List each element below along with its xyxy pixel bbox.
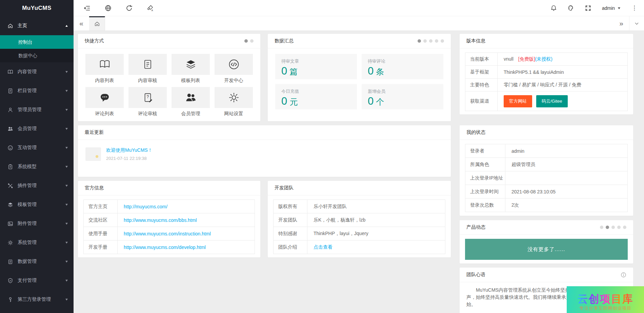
shortcut-label: 内容审核 [128,78,167,84]
row-label: 上次登录时间 [465,185,505,199]
notification-bell-icon[interactable] [550,5,557,11]
stat-unit: 元 [289,97,298,106]
dev-manual-link[interactable]: http://www.muyucms.com/develop.html [124,245,206,250]
stat-label: 待审评论 [368,58,437,64]
carousel-pager [600,226,626,229]
sidebar-item-console[interactable]: 控制台 [0,35,74,49]
sidebar-item-plugin[interactable]: 插件管理 ▼ [0,176,74,195]
sidebar-item-member[interactable]: 会员管理 ▼ [0,119,74,138]
row-value: ThinkPHP，layui，Jquery [307,227,445,241]
article-link[interactable]: 欢迎使用MuYuCMS！ [106,147,153,153]
pager-dot[interactable] [623,226,626,229]
card-shortcuts: 快捷方式 内容列表 内容审核 模板列表 开发中心 [78,34,260,121]
shortcut-content-review[interactable]: 内容审核 [128,54,167,84]
chevron-down-icon: ▼ [65,222,69,225]
tabbar-spacer [105,16,613,30]
pager-dot[interactable] [611,226,615,229]
user-manual-link[interactable]: http://www.muyucms.com/instruction.html [124,231,211,236]
clear-cache-brush-icon[interactable]: A [147,5,154,12]
unauthorized-link[interactable]: (未授权) [535,56,552,62]
pager-dot[interactable] [606,226,609,229]
team-intro-link[interactable]: 点击查看 [314,244,333,250]
sidebar-item-payment[interactable]: 支付管理 ▼ [0,271,74,290]
key-icon [7,297,13,302]
gear-icon [7,240,13,246]
sidebar-item-template[interactable]: 模板管理 ▼ [0,195,74,214]
row-value: 超级管理员 [505,158,628,171]
pager-dot[interactable] [600,226,603,229]
collapse-menu-icon[interactable] [84,5,90,12]
refresh-icon[interactable] [126,5,133,12]
row-value: 零门槛 / 易扩展 / 响应式 / 开源 / 免费 [498,79,628,91]
card-dev-team: 开发团队 版权所有乐小轩开发团队 开发团队乐K，小航，杨逸轩，lzb 特别感谢T… [268,181,451,257]
stat-value: 0 [281,95,287,107]
shortcut-template-list[interactable]: 模板列表 [172,54,210,84]
info-icon[interactable] [621,272,626,278]
pager-dot[interactable] [244,39,248,43]
shortcut-content-list[interactable]: 内容列表 [85,54,124,84]
pager-dot[interactable] [435,39,438,43]
row-label: 当前版本 [465,53,498,66]
sidebar-item-label: 管理员管理 [18,107,41,113]
sidebar-item-label: 内容管理 [18,69,37,75]
sidebar-item-system[interactable]: 系统管理 ▼ [0,233,74,252]
card-recent: 最近更新 欢迎使用MuYuCMS！ 2021-07-11 22:19:38 [78,125,451,177]
shortcut-dev-center[interactable]: 开发中心 [215,54,253,84]
sidebar-item-attachment[interactable]: 附件管理 ▼ [0,214,74,233]
pager-dot[interactable] [423,39,427,43]
sidebar-item-label: 系统模型 [18,164,37,170]
website-globe-icon[interactable] [105,5,112,12]
svg-text:A: A [152,9,153,11]
theme-palette-icon[interactable] [568,5,574,11]
chevron-down-icon: ▼ [65,184,69,187]
pager-dot[interactable] [429,39,432,43]
recent-update-item: 欢迎使用MuYuCMS！ 2021-07-11 22:19:38 [78,140,451,168]
pager-dot[interactable] [441,39,444,43]
user-menu[interactable]: admin ▼ [602,5,621,11]
shortcut-site-settings[interactable]: 网站设置 [215,87,253,117]
community-link[interactable]: http://www.muyucms.com/bbs.html [124,217,197,223]
pager-dot[interactable] [617,226,621,229]
book-icon [7,69,13,75]
fullscreen-icon[interactable] [585,5,591,11]
stat-value: 0 [281,65,287,77]
stat-pending-articles: 待审文章 0篇 [275,54,357,79]
stat-today-recharge: 今日充值 0元 [275,84,357,109]
sidebar-item-interact[interactable]: 互动管理 ▼ [0,138,74,157]
pager-dot[interactable] [250,39,254,43]
sidebar-item-column[interactable]: 栏目管理 ▼ [0,81,74,100]
stat-unit: 条 [376,67,384,76]
image-icon [7,221,13,227]
username: admin [602,5,615,11]
official-site-button[interactable]: 官方网站 [504,95,532,107]
card-my-status: 我的状态 登录者admin 所属角色超级管理员 上次登录IP地址 上次登录时间2… [460,125,633,216]
devteam-table: 版权所有乐小轩开发团队 开发团队乐K，小航，杨逸轩，lzb 特别感谢ThinkP… [273,200,445,254]
sidebar-item-model[interactable]: 系统模型 ▼ [0,157,74,176]
topbar-left-tools: A [74,5,154,12]
official-homepage-link[interactable]: http://muyucms.com/ [124,204,167,209]
row-label: 登录者 [465,144,505,158]
row-value: 2021-08-08 23:10:05 [505,185,628,199]
pager-dot[interactable] [418,39,421,43]
tab-home[interactable] [89,16,105,30]
gitee-button[interactable]: 码云/Gitee [536,95,568,107]
shortcut-comment-review[interactable]: ? 评论审核 [128,87,167,117]
svg-text:?: ? [146,95,149,99]
sidebar-item-label: 插件管理 [18,183,37,189]
tabs-scroll-right-button[interactable]: » [613,16,629,30]
sidebar-item-thirdparty[interactable]: 第三方登录管理 ▼ [0,290,74,309]
sidebar-item-datacenter[interactable]: 数据中心 [0,49,74,62]
sidebar-item-data[interactable]: 数据管理 ▼ [0,252,74,271]
tabs-dropdown-button[interactable] [629,16,644,30]
shortcut-comment-list[interactable]: 评论列表 [85,87,124,117]
row-value: 乐小轩开发团队 [307,200,445,213]
sidebar-item-admin[interactable]: 管理员管理 ▼ [0,100,74,119]
tabs-scroll-left-button[interactable]: « [74,16,89,30]
more-kebab-icon[interactable]: ⋮ [631,5,637,11]
shortcut-member-manage[interactable]: 会员管理 [172,87,210,117]
users-icon [172,87,210,108]
card-title: 快捷方式 [85,38,104,44]
card-title: 团队心语 [466,272,485,278]
sidebar-item-home[interactable]: 主页 ▲ [0,16,74,35]
sidebar-item-content[interactable]: 内容管理 ▼ [0,62,74,81]
